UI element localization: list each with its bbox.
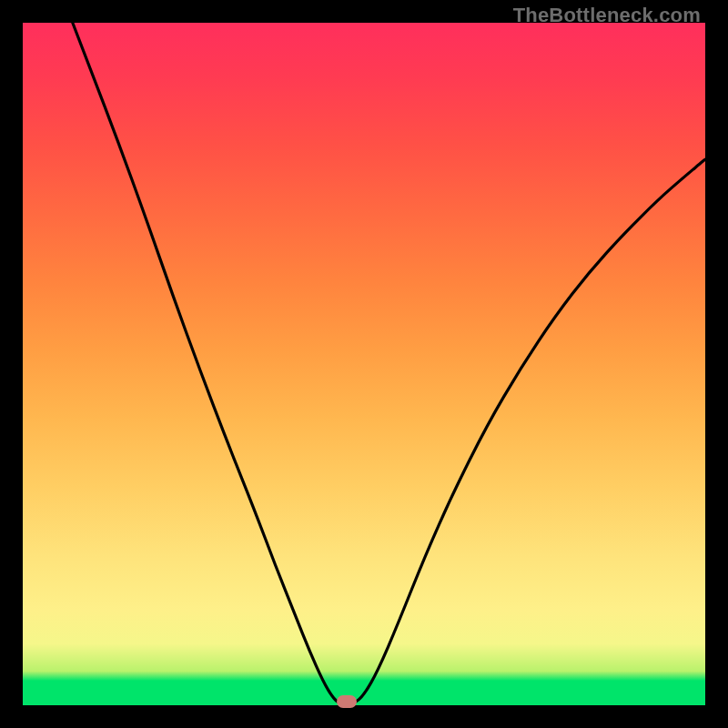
plot-area	[23, 23, 705, 705]
chart-frame: TheBottleneck.com	[0, 0, 728, 728]
bottleneck-marker	[337, 695, 357, 708]
bottleneck-curve	[23, 23, 705, 705]
